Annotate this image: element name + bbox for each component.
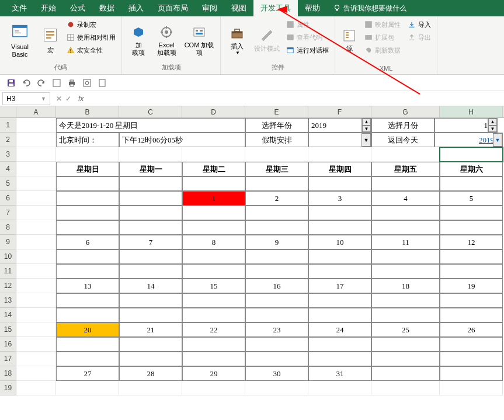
row-header-18[interactable]: 18 — [0, 366, 16, 381]
com-addin-button[interactable]: COM 加载项 — [182, 19, 217, 63]
cancel-formula-icon[interactable]: ✕ — [56, 95, 62, 103]
cal-day[interactable] — [371, 366, 440, 381]
cal-cell[interactable] — [440, 176, 503, 191]
cal-cell[interactable] — [308, 308, 371, 322]
cal-cell[interactable] — [440, 264, 503, 279]
month-value[interactable]: 1▲▼ — [435, 118, 498, 133]
cell[interactable] — [182, 381, 245, 395]
cal-cell[interactable] — [245, 352, 308, 366]
cal-day[interactable]: 2 — [245, 191, 308, 206]
row-header-19[interactable]: 19 — [0, 381, 16, 395]
relative-ref-button[interactable]: 使用相对引用 — [64, 32, 118, 43]
visual-basic-button[interactable]: Visual Basic — [4, 19, 36, 63]
xml-source-button[interactable]: 源 — [339, 19, 360, 63]
spinner-up[interactable]: ▲ — [488, 119, 497, 126]
cal-day[interactable]: 21 — [119, 322, 182, 337]
cell[interactable] — [16, 279, 56, 293]
cell[interactable] — [245, 147, 308, 162]
cal-cell[interactable] — [245, 337, 308, 352]
macro-security-button[interactable]: 宏安全性 — [64, 44, 118, 56]
cal-cell[interactable] — [440, 308, 503, 322]
cal-cell[interactable] — [182, 220, 245, 235]
cal-cell[interactable] — [119, 249, 182, 264]
cal-day[interactable]: 17 — [308, 279, 371, 293]
holiday-label[interactable]: 假期安排 — [245, 133, 308, 147]
cell[interactable] — [16, 176, 56, 191]
row-header-8[interactable]: 8 — [0, 220, 16, 235]
cal-cell[interactable] — [56, 176, 119, 191]
cell[interactable] — [16, 352, 56, 366]
cell[interactable] — [182, 147, 245, 162]
accept-formula-icon[interactable]: ✓ — [65, 95, 71, 103]
fx-icon[interactable]: fx — [78, 95, 84, 103]
insert-control-button[interactable]: 插入 ▼ — [224, 19, 250, 63]
export-button[interactable]: 导出 — [405, 32, 433, 43]
cal-cell[interactable] — [56, 293, 119, 308]
cal-cell[interactable] — [371, 264, 440, 279]
weekday-wed[interactable]: 星期三 — [245, 162, 308, 176]
cal-cell[interactable] — [182, 308, 245, 322]
row-header-17[interactable]: 17 — [0, 352, 16, 366]
cal-day[interactable]: 7 — [119, 235, 182, 249]
cal-cell[interactable] — [119, 206, 182, 220]
weekday-tue[interactable]: 星期二 — [182, 162, 245, 176]
cal-cell[interactable] — [56, 249, 119, 264]
cal-cell[interactable] — [56, 206, 119, 220]
cell[interactable] — [16, 249, 56, 264]
cal-day[interactable]: 9 — [245, 235, 308, 249]
row-header-10[interactable]: 10 — [0, 249, 16, 264]
cal-cell[interactable] — [56, 352, 119, 366]
cal-cell[interactable] — [119, 264, 182, 279]
cal-cell[interactable] — [440, 220, 503, 235]
qat-button-1[interactable] — [51, 78, 62, 88]
row-header-12[interactable]: 12 — [0, 279, 16, 293]
expand-button[interactable]: 扩展包 — [362, 32, 403, 43]
row-header-2[interactable]: 2 — [0, 133, 16, 147]
cal-cell[interactable] — [182, 206, 245, 220]
cal-day[interactable]: 14 — [119, 279, 182, 293]
spinner-down[interactable]: ▼ — [362, 126, 371, 133]
cell[interactable] — [245, 381, 308, 395]
redo-button[interactable] — [36, 78, 47, 88]
row-header-15[interactable]: 15 — [0, 322, 16, 337]
time-label[interactable]: 北京时间： — [56, 133, 119, 147]
qat-button-4[interactable] — [97, 78, 107, 88]
cal-cell[interactable] — [245, 308, 308, 322]
cal-day[interactable]: 26 — [440, 322, 503, 337]
cal-cell[interactable] — [308, 176, 371, 191]
cell[interactable] — [119, 147, 182, 162]
cal-cell[interactable] — [182, 264, 245, 279]
cal-cell[interactable] — [245, 206, 308, 220]
row-header-7[interactable]: 7 — [0, 206, 16, 220]
addin-button[interactable]: 加 载项 — [126, 19, 151, 63]
cal-day[interactable]: 30 — [245, 366, 308, 381]
cell[interactable] — [16, 133, 56, 147]
record-macro-button[interactable]: 录制宏 — [64, 19, 118, 30]
cal-day[interactable]: 6 — [56, 235, 119, 249]
tab-insert[interactable]: 插入 — [121, 0, 151, 16]
design-mode-button[interactable]: 设计模式 — [252, 19, 281, 63]
cal-cell[interactable] — [56, 308, 119, 322]
dropdown-button[interactable]: ▼ — [493, 133, 502, 147]
tab-formulas[interactable]: 公式 — [63, 0, 92, 16]
view-code-button[interactable]: 查看代码 — [284, 32, 331, 43]
cal-cell[interactable] — [371, 220, 440, 235]
col-header-B[interactable]: B — [56, 106, 119, 117]
cal-day[interactable]: 18 — [371, 279, 440, 293]
holiday-dropdown[interactable]: ▼ — [308, 133, 371, 147]
col-header-F[interactable]: F — [308, 106, 371, 117]
row-header-16[interactable]: 16 — [0, 337, 16, 352]
cal-day[interactable]: 29 — [182, 366, 245, 381]
spinner[interactable]: ▲▼ — [488, 119, 497, 132]
cell[interactable] — [371, 147, 440, 162]
cell[interactable] — [16, 235, 56, 249]
cal-cell[interactable] — [440, 249, 503, 264]
cal-day[interactable] — [119, 191, 182, 206]
cal-cell[interactable] — [182, 176, 245, 191]
cal-cell[interactable] — [371, 308, 440, 322]
cal-cell[interactable] — [371, 337, 440, 352]
tab-data[interactable]: 数据 — [92, 0, 121, 16]
cal-cell[interactable] — [308, 264, 371, 279]
year-label[interactable]: 选择年份 — [245, 118, 308, 133]
cal-day[interactable]: 27 — [56, 366, 119, 381]
